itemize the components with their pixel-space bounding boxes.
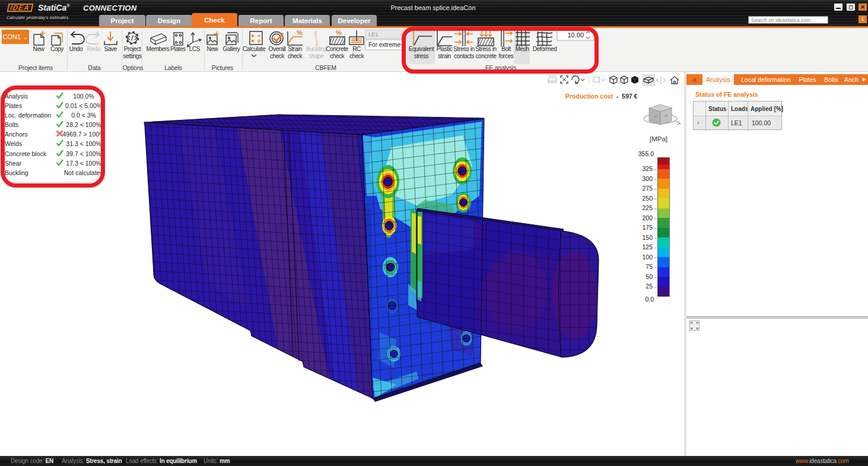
svg-text:225: 225 [642, 204, 653, 211]
svg-text:For extreme: For extreme [368, 42, 400, 48]
svg-text:125: 125 [642, 243, 653, 251]
svg-text:355.0: 355.0 [638, 150, 654, 157]
svg-text:175: 175 [642, 224, 653, 231]
svg-text:250: 250 [642, 195, 653, 202]
svg-text:25: 25 [646, 283, 653, 290]
svg-text:0.0: 0.0 [645, 296, 654, 303]
svg-text:75: 75 [646, 263, 653, 270]
svg-text:50: 50 [646, 273, 653, 280]
svg-text:300: 300 [642, 175, 653, 182]
svg-text:275: 275 [642, 185, 653, 192]
svg-text:+X: +X [664, 114, 668, 118]
svg-text:LE1: LE1 [368, 31, 379, 37]
svg-text:%: % [336, 29, 342, 36]
svg-text:%: % [297, 29, 303, 36]
svg-text:325: 325 [642, 165, 653, 172]
svg-text:200: 200 [642, 214, 653, 221]
svg-text:150: 150 [642, 234, 653, 241]
svg-text:-Y: -Y [654, 115, 657, 118]
svg-text:100: 100 [642, 253, 653, 261]
